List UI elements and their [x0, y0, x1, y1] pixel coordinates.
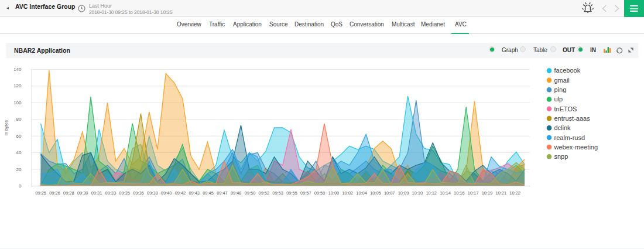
svg-text:ping: ping	[554, 86, 567, 93]
svg-text:09:47: 09:47	[217, 190, 228, 196]
svg-text:09:50: 09:50	[245, 190, 256, 196]
svg-text:09:36: 09:36	[133, 190, 144, 196]
svg-text:10:14: 10:14	[440, 190, 451, 196]
svg-text:60: 60	[16, 134, 22, 139]
svg-text:10:19: 10:19	[482, 190, 493, 196]
svg-text:09:35: 09:35	[119, 190, 130, 196]
svg-text:09:43: 09:43	[189, 190, 200, 196]
svg-text:09:40: 09:40	[161, 190, 172, 196]
svg-text:09:33: 09:33	[105, 190, 117, 196]
svg-text:realm-rusd: realm-rusd	[554, 134, 585, 141]
svg-text:10:04: 10:04	[356, 190, 367, 196]
svg-text:09:53: 09:53	[272, 190, 283, 196]
svg-text:ulp: ulp	[554, 95, 563, 103]
svg-text:09:48: 09:48	[231, 190, 242, 196]
svg-text:10:12: 10:12	[426, 190, 437, 196]
svg-text:snpp: snpp	[554, 153, 568, 160]
svg-text:dclink: dclink	[554, 124, 571, 131]
svg-text:20: 20	[16, 167, 22, 172]
svg-text:0: 0	[19, 183, 22, 189]
svg-text:100: 100	[13, 100, 22, 105]
svg-text:40: 40	[16, 150, 22, 155]
svg-text:10:10: 10:10	[412, 190, 423, 196]
svg-text:10:05: 10:05	[370, 190, 381, 196]
svg-text:09:26: 09:26	[49, 190, 60, 196]
svg-text:10:22: 10:22	[509, 190, 520, 196]
svg-text:09:42: 09:42	[175, 190, 186, 196]
svg-text:10:02: 10:02	[342, 190, 353, 196]
svg-text:10:21: 10:21	[496, 190, 507, 196]
svg-text:09:59: 09:59	[314, 190, 326, 196]
svg-text:facebook: facebook	[554, 67, 581, 74]
svg-text:10:16: 10:16	[454, 190, 465, 196]
svg-text:09:52: 09:52	[259, 190, 270, 196]
svg-text:10:09: 10:09	[398, 190, 409, 196]
svg-text:09:45: 09:45	[203, 190, 214, 196]
svg-text:09:31: 09:31	[91, 190, 102, 196]
svg-text:10:17: 10:17	[468, 190, 479, 196]
svg-text:10:00: 10:00	[328, 190, 340, 196]
svg-text:gmail: gmail	[554, 77, 570, 84]
svg-text:entrust-aaas: entrust-aaas	[554, 115, 591, 122]
svg-text:140: 140	[13, 67, 22, 72]
svg-text:09:30: 09:30	[77, 190, 88, 196]
svg-text:tnETOS: tnETOS	[554, 105, 577, 112]
svg-text:10:07: 10:07	[384, 190, 395, 196]
svg-text:in bytes: in bytes	[4, 120, 9, 135]
svg-text:09:55: 09:55	[286, 190, 297, 196]
svg-text:09:25: 09:25	[35, 190, 46, 196]
svg-text:80: 80	[16, 117, 22, 122]
svg-text:webex-meeting: webex-meeting	[554, 144, 598, 151]
svg-text:09:38: 09:38	[147, 190, 158, 196]
svg-text:09:57: 09:57	[300, 190, 311, 196]
svg-text:09:28: 09:28	[63, 190, 74, 196]
svg-text:120: 120	[13, 83, 22, 88]
